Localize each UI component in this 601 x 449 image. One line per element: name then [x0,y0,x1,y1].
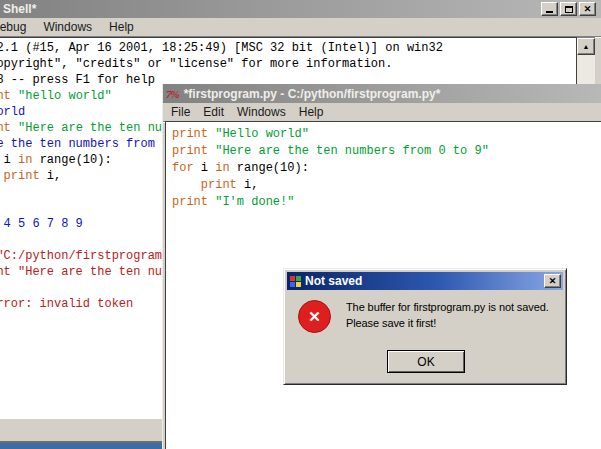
shell-menu-items: DebugWindowsHelp [0,18,151,36]
error-x-icon: ✕ [308,302,321,332]
shell-menubar: DebugWindowsHelp [0,18,601,37]
minimize-button[interactable] [541,2,558,16]
shell-titlebar[interactable]: Shell* ✕ [0,0,601,18]
shell-caption-buttons: ✕ [541,2,596,16]
shell-window-title: Shell* [3,2,36,16]
close-icon: ✕ [549,276,557,286]
windows-flag-icon [290,276,301,287]
shell-line: Type "copyright", "credits" or "license"… [0,56,576,72]
editor-window: 7% *firstprogram.py - C:/python/firstpro… [162,84,601,449]
dialog-message: The buffer for firstprogram.py is not sa… [346,299,562,331]
minimize-icon [546,11,553,13]
error-icon: ✕ [298,300,331,333]
dialog-title: Not saved [305,274,362,288]
editor-line: for i in range(10): [172,160,601,177]
menu-item-windows[interactable]: Windows [43,18,92,36]
editor-window-title: *firstprogram.py - C:/python/firstprogra… [184,87,441,101]
menu-item-windows[interactable]: Windows [237,103,286,121]
menu-item-edit[interactable]: Edit [203,103,224,121]
scroll-up-icon: ▲ [583,43,590,50]
desktop: { "colors": { "desktop": "#3A6EA5", "win… [0,0,601,449]
maximize-icon [565,6,573,13]
dialog-message-line: The buffer for firstprogram.py is not sa… [346,299,562,315]
editor-line: print "Hello world" [172,126,601,143]
scroll-up-button[interactable]: ▲ [577,38,595,55]
close-button[interactable]: ✕ [579,2,596,16]
dialog-titlebar[interactable]: Not saved ✕ [287,272,563,290]
editor-menu-items: FileEditWindowsHelp [163,103,323,121]
editor-line: print "I'm done!" [172,194,601,211]
python-icon: 7% [166,88,179,100]
editor-menubar: FileEditWindowsHelp [163,103,601,122]
editor-line: print i, [172,177,601,194]
maximize-button[interactable] [560,2,577,16]
menu-item-help[interactable]: Help [109,18,134,36]
ok-button[interactable]: OK [387,350,465,373]
dialog-close-button[interactable]: ✕ [544,274,561,288]
menu-item-help[interactable]: Help [299,103,324,121]
editor-line: print "Here are the ten numbers from 0 t… [172,143,601,160]
shell-line: Python 2.1 (#15, Apr 16 2001, 18:25:49) … [0,40,576,56]
close-icon: ✕ [584,4,592,14]
menu-item-debug[interactable]: Debug [0,18,26,36]
not-saved-dialog: Not saved ✕ ✕ The buffer for firstprogra… [283,268,567,385]
editor-titlebar[interactable]: 7% *firstprogram.py - C:/python/firstpro… [163,84,601,103]
dialog-message-line: Please save it first! [346,315,562,331]
menu-item-file[interactable]: File [171,103,190,121]
